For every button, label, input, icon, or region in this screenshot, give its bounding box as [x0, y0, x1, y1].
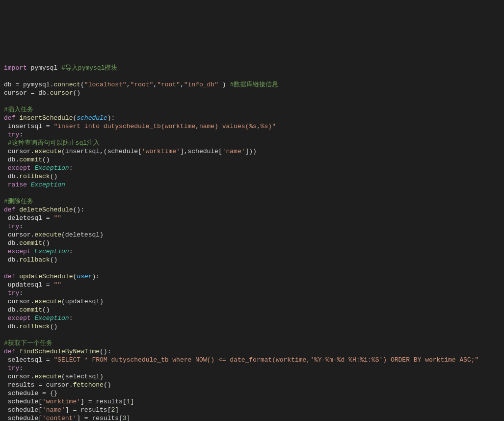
- code-line[interactable]: try:: [4, 131, 500, 139]
- code-token-plain: db.: [34, 89, 50, 97]
- code-line[interactable]: #插入任务: [4, 105, 500, 114]
- code-token-string: 'name': [222, 148, 245, 155]
- code-line[interactable]: raise Exception: [4, 181, 500, 189]
- code-token-func: findScheduleByNewTime: [19, 348, 100, 355]
- code-line[interactable]: db.rollback(): [4, 172, 500, 181]
- code-line[interactable]: db.rollback(): [4, 322, 500, 331]
- code-token-plain: (): [73, 89, 80, 97]
- code-token-plain: [4, 164, 8, 172]
- code-token-class: Exception: [34, 164, 69, 172]
- code-token-string: 'worktime': [42, 398, 80, 405]
- code-line[interactable]: schedule['name'] = results[2]: [4, 406, 500, 414]
- code-token-plain: cursor.: [4, 231, 34, 238]
- code-token-plain: [4, 223, 8, 230]
- code-token-plain: results: [4, 381, 38, 389]
- code-token-plain: cursor: [4, 89, 31, 97]
- code-token-plain: (deletesql): [61, 231, 104, 238]
- code-line[interactable]: cursor.execute(selectsql): [4, 372, 500, 381]
- code-token-op: =: [46, 214, 50, 222]
- code-token-plain: cursor.: [42, 381, 73, 389]
- code-token-func: deleteSchedule: [19, 206, 73, 213]
- code-token-plain: [4, 248, 8, 255]
- code-token-plain: ]: [127, 415, 131, 421]
- code-line[interactable]: [4, 264, 500, 272]
- code-line[interactable]: except Exception:: [4, 247, 500, 256]
- code-line[interactable]: try:: [4, 364, 500, 372]
- code-line[interactable]: def insertSchedule(schedule):: [4, 114, 500, 122]
- code-token-string: "": [53, 214, 61, 222]
- code-line[interactable]: def deleteSchedule():: [4, 206, 500, 214]
- code-line[interactable]: try:: [4, 222, 500, 231]
- code-line[interactable]: [4, 72, 500, 80]
- code-token-plain: (selectsql): [61, 373, 104, 380]
- code-token-plain: :: [69, 164, 73, 172]
- code-token-plain: db.: [4, 173, 19, 180]
- code-line[interactable]: def updateSchedule(user):: [4, 272, 500, 281]
- code-token-plain: ,: [180, 81, 184, 88]
- code-line[interactable]: def findScheduleByNewTime():: [4, 347, 500, 356]
- code-token-plain: (): [42, 156, 50, 163]
- code-token-plain: ):: [107, 114, 115, 122]
- code-token-keyword: except: [8, 315, 31, 322]
- code-line[interactable]: db.commit(): [4, 156, 500, 164]
- code-line[interactable]: selectsql = "SELECT * FROM dutyschedule_…: [4, 356, 500, 364]
- code-line[interactable]: try:: [4, 289, 500, 297]
- code-token-param: schedule: [77, 114, 107, 122]
- code-line[interactable]: #获取下一个任务: [4, 339, 500, 347]
- code-token-plain: (): [50, 173, 58, 180]
- code-token-keyword: def: [4, 348, 15, 355]
- code-token-comment: #插入任务: [4, 106, 33, 113]
- code-token-plain: deletesql: [4, 214, 46, 222]
- code-token-string: 'content': [42, 415, 77, 421]
- code-token-string: 'name': [42, 406, 65, 414]
- code-token-func: fetchone: [73, 381, 103, 389]
- code-line[interactable]: cursor = db.cursor(): [4, 89, 500, 97]
- code-token-plain: results[: [92, 398, 126, 405]
- code-token-op: =: [46, 281, 50, 289]
- code-line[interactable]: except Exception:: [4, 314, 500, 322]
- code-token-plain: (): [42, 239, 50, 247]
- code-token-plain: db.: [4, 256, 19, 263]
- code-token-func: rollback: [19, 256, 50, 263]
- code-token-keyword: def: [4, 114, 15, 122]
- code-token-func: rollback: [19, 323, 50, 330]
- code-line[interactable]: db.commit(): [4, 306, 500, 314]
- code-line[interactable]: #这种查询语句可以防止sql注入: [4, 139, 500, 147]
- code-line[interactable]: import pymysql #导入pymysql模块: [4, 64, 500, 72]
- code-token-plain: pymysql.: [19, 81, 53, 88]
- code-line[interactable]: db.commit(): [4, 239, 500, 247]
- code-token-plain: :: [19, 365, 23, 372]
- code-line[interactable]: [4, 189, 500, 197]
- code-token-plain: ],schedule[: [180, 148, 222, 155]
- code-token-string: "insert into dutyschedule_tb(worktime,na…: [53, 123, 275, 130]
- code-token-plain: ): [218, 81, 230, 88]
- code-token-plain: ,: [153, 81, 157, 88]
- code-line[interactable]: except Exception:: [4, 164, 500, 172]
- code-line[interactable]: schedule['content'] = results[3]: [4, 414, 500, 421]
- code-line[interactable]: insertsql = "insert into dutyschedule_tb…: [4, 122, 500, 131]
- code-token-comment: #这种查询语句可以防止sql注入: [8, 139, 100, 147]
- code-line[interactable]: schedule = {}: [4, 389, 500, 397]
- code-line[interactable]: db.rollback(): [4, 256, 500, 264]
- code-token-plain: ]: [77, 415, 84, 421]
- code-line[interactable]: #删除任务: [4, 197, 500, 206]
- code-token-func: commit: [19, 239, 42, 247]
- code-token-plain: ]: [65, 406, 73, 414]
- code-line[interactable]: [4, 331, 500, 339]
- code-editor[interactable]: import pymysql #导入pymysql模块 db = pymysql…: [4, 64, 500, 421]
- code-line[interactable]: schedule['worktime'] = results[1]: [4, 397, 500, 406]
- code-token-keyword: try: [8, 289, 19, 297]
- code-line[interactable]: cursor.execute(updatesql): [4, 297, 500, 306]
- code-line[interactable]: [4, 97, 500, 105]
- code-line[interactable]: cursor.execute(deletesql): [4, 231, 500, 239]
- code-line[interactable]: db = pymysql.connect("localhost","root",…: [4, 80, 500, 89]
- code-token-func: cursor: [50, 89, 73, 97]
- code-token-plain: pymysql: [27, 64, 61, 72]
- code-line[interactable]: cursor.execute(insertsql,(schedule['work…: [4, 147, 500, 156]
- code-line[interactable]: results = cursor.fetchone(): [4, 381, 500, 389]
- code-token-plain: (): [42, 306, 50, 314]
- code-token-comment: #导入pymysql模块: [61, 64, 117, 72]
- code-line[interactable]: updatesql = "": [4, 281, 500, 289]
- code-token-plain: [4, 289, 8, 297]
- code-line[interactable]: deletesql = "": [4, 214, 500, 222]
